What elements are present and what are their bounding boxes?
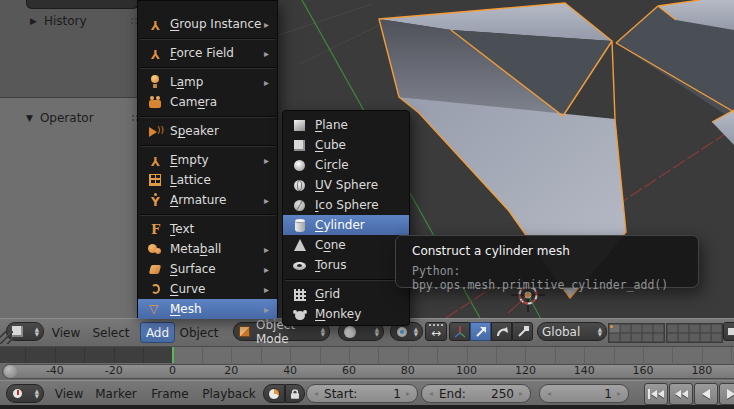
menu-playback[interactable]: Playback: [196, 381, 262, 406]
menu-view[interactable]: View: [48, 319, 84, 346]
menu-view[interactable]: View: [50, 381, 88, 406]
layer-toggle[interactable]: [631, 324, 642, 333]
layer-toggle[interactable]: [620, 324, 631, 333]
increment-arrow-icon[interactable]: ▸: [406, 389, 410, 398]
layer-toggle[interactable]: [678, 333, 689, 342]
tool-shelf-button-partial[interactable]: [26, 0, 139, 9]
decrement-arrow-icon[interactable]: ◂: [547, 389, 551, 398]
manipulator-toggle-button[interactable]: ↔: [425, 322, 447, 341]
layer-toggle[interactable]: [700, 333, 711, 342]
chevron-updown-icon: ▲▼: [35, 389, 39, 397]
menu-item-group-instance[interactable]: Group Instance▸: [138, 14, 277, 34]
area-resize-grip[interactable]: [0, 331, 13, 344]
lock-time-cursor-button[interactable]: [285, 384, 305, 403]
partial-button[interactable]: [723, 322, 734, 341]
menu-item-plane[interactable]: Plane: [283, 115, 409, 135]
menu-item-monkey[interactable]: Monkey: [283, 304, 409, 324]
menu-item-camera[interactable]: Camera: [138, 92, 277, 112]
increment-arrow-icon[interactable]: ▸: [519, 389, 523, 398]
layer-toggle[interactable]: [609, 333, 620, 342]
menu-item-cube[interactable]: Cube: [283, 135, 409, 155]
play-icon: [727, 389, 734, 399]
tripod-icon: [147, 153, 163, 168]
menu-item-circle[interactable]: Circle: [283, 155, 409, 175]
chevron-updown-icon: ▲▼: [414, 327, 418, 335]
menu-item-mesh[interactable]: Mesh▸: [138, 299, 277, 319]
menu-add[interactable]: Add: [140, 322, 175, 343]
layer-toggle[interactable]: [678, 324, 689, 333]
decrement-arrow-icon[interactable]: ◂: [314, 389, 318, 398]
menu-item-uv-sphere[interactable]: UV Sphere: [283, 175, 409, 195]
ruler-tick-label: 160: [633, 364, 654, 377]
menu-item-text[interactable]: Text: [138, 219, 277, 239]
menu-item-force-field[interactable]: Force Field▸: [138, 43, 277, 63]
layers-grid-left[interactable]: [608, 323, 665, 343]
rotate-manipulator-button[interactable]: [491, 322, 512, 341]
end-frame-field[interactable]: ◂ End: 250 ▸: [421, 384, 531, 403]
layer-toggle[interactable]: [711, 324, 722, 333]
lattice-icon: [147, 173, 163, 188]
menu-item-surface[interactable]: Surface▸: [138, 259, 277, 279]
layer-toggle[interactable]: [631, 333, 642, 342]
menu-item-lattice[interactable]: Lattice: [138, 170, 277, 190]
menu-item-curve[interactable]: Curve▸: [138, 279, 277, 299]
layer-toggle[interactable]: [653, 333, 664, 342]
menu-item-cylinder[interactable]: Cylinder: [283, 215, 409, 235]
layer-toggle[interactable]: [620, 333, 631, 342]
start-frame-field[interactable]: ◂ Start: 1 ▸: [306, 384, 418, 403]
current-frame-field[interactable]: ◂ 1 ▸: [539, 384, 629, 403]
menu-item-torus[interactable]: Torus: [283, 255, 409, 275]
history-panel-header[interactable]: ▶ History: [30, 14, 87, 28]
jump-to-start-button[interactable]: [644, 383, 668, 405]
menu-item-empty[interactable]: Empty▸: [138, 150, 277, 170]
mesh-icon: [147, 302, 163, 317]
layer-toggle[interactable]: [653, 324, 664, 333]
prev-keyframe-button[interactable]: [669, 383, 693, 405]
menu-item-lamp[interactable]: Lamp▸: [138, 72, 277, 92]
menu-frame[interactable]: Frame: [144, 381, 196, 406]
play-reverse-button[interactable]: [694, 383, 718, 405]
menu-item-grid[interactable]: Grid: [283, 284, 409, 304]
menu-item-label: UV Sphere: [315, 178, 378, 192]
layer-toggle[interactable]: [700, 324, 711, 333]
playback-controls: [644, 383, 734, 405]
lock-icon: [289, 388, 300, 399]
expanded-triangle-icon: ▼: [26, 113, 33, 123]
layer-toggle[interactable]: [609, 324, 620, 333]
play-button[interactable]: [719, 383, 734, 405]
current-frame-line[interactable]: [172, 346, 174, 364]
transform-orientation-dropdown[interactable]: Global ▲▼: [537, 322, 607, 341]
manipulator-center[interactable]: [526, 293, 530, 297]
decrement-arrow-icon[interactable]: ◂: [429, 389, 433, 398]
menu-item-metaball[interactable]: Metaball▸: [138, 239, 277, 259]
menu-item-speaker[interactable]: Speaker: [138, 121, 277, 141]
menu-item-armature[interactable]: Armature▸: [138, 190, 277, 210]
layer-toggle[interactable]: [642, 333, 653, 342]
layer-toggle[interactable]: [642, 324, 653, 333]
use-preview-range-button[interactable]: [263, 384, 285, 403]
increment-arrow-icon[interactable]: ▸: [617, 389, 621, 398]
manipulator-axes-button[interactable]: [449, 322, 470, 341]
scrollbar-end-knob[interactable]: [4, 365, 17, 378]
menu-separator: [138, 63, 277, 72]
editor-type-selector[interactable]: ▲▼: [6, 384, 44, 403]
timeline-ruler[interactable]: -40-20020406080100120140160180: [0, 363, 734, 380]
layer-toggle[interactable]: [667, 324, 678, 333]
chevron-updown-icon: ▲▼: [321, 327, 325, 335]
layer-toggle[interactable]: [689, 324, 700, 333]
menu-item-ico-sphere[interactable]: Ico Sphere: [283, 195, 409, 215]
layer-toggle[interactable]: [667, 333, 678, 342]
timeline-frames-strip[interactable]: [0, 345, 734, 364]
layers-grid-right[interactable]: [666, 323, 723, 343]
scale-manipulator-button[interactable]: [512, 322, 533, 341]
layer-toggle[interactable]: [711, 333, 722, 342]
translate-manipulator-button[interactable]: [470, 322, 491, 341]
menu-marker[interactable]: Marker: [88, 381, 144, 406]
submenu-arrow-icon: ▸: [264, 264, 269, 275]
menu-select[interactable]: Select: [84, 319, 138, 346]
layer-toggle[interactable]: [689, 333, 700, 342]
object-mode-icon: [238, 325, 252, 339]
menu-item-cone[interactable]: Cone: [283, 235, 409, 255]
operator-panel-header[interactable]: ▼ Operator: [26, 111, 94, 125]
menu-object[interactable]: Object: [173, 319, 225, 346]
